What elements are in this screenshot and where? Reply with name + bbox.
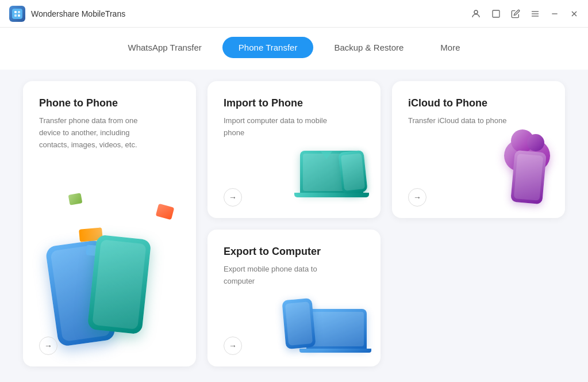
card-import-to-phone[interactable]: Import to Phone Import computer data to … <box>207 81 381 218</box>
card-icloud-title: iCloud to Phone <box>408 97 549 109</box>
phone-to-phone-illustration <box>34 194 196 343</box>
close-icon[interactable] <box>570 9 579 18</box>
svg-rect-2 <box>18 11 20 13</box>
app-title: Wondershare MobileTrans <box>31 9 125 18</box>
phone-green-illustration <box>87 234 152 334</box>
svg-rect-6 <box>493 10 499 17</box>
import-illustration <box>279 140 371 209</box>
svg-rect-1 <box>14 11 17 13</box>
svg-rect-0 <box>12 9 22 19</box>
card-icloud-desc: Transfer iCloud data to phone <box>408 115 512 127</box>
icloud-illustration <box>464 134 556 209</box>
tab-whatsapp[interactable]: WhatsApp Transfer <box>112 37 217 58</box>
card-export-arrow[interactable]: → <box>224 337 242 355</box>
tab-backup[interactable]: Backup & Restore <box>318 37 420 58</box>
nav-bar: WhatsApp Transfer Phone Transfer Backup … <box>0 28 588 70</box>
app-icon <box>9 6 25 22</box>
card-export-desc: Export mobile phone data to computer <box>224 263 327 288</box>
title-bar: Wondershare MobileTrans <box>0 0 588 28</box>
svg-rect-4 <box>18 14 20 17</box>
tab-more[interactable]: More <box>424 37 476 58</box>
card-import-arrow[interactable]: → <box>224 188 242 207</box>
main-content: Phone to Phone Transfer phone data from … <box>0 70 588 378</box>
card-import-desc: Import computer data to mobile phone <box>224 115 327 139</box>
card-icloud-to-phone[interactable]: iCloud to Phone Transfer iCloud data to … <box>392 81 565 218</box>
card-phone-to-phone-arrow[interactable]: → <box>39 337 57 355</box>
card-icloud-arrow[interactable]: → <box>408 188 426 207</box>
title-bar-left: Wondershare MobileTrans <box>9 6 125 22</box>
float-element-leaf <box>68 193 83 205</box>
title-bar-controls <box>471 9 579 19</box>
export-laptop-base <box>299 349 371 353</box>
minimize-icon[interactable] <box>550 9 559 18</box>
window-icon[interactable] <box>491 9 501 18</box>
card-phone-to-phone[interactable]: Phone to Phone Transfer phone data from … <box>23 81 196 366</box>
export-phone <box>282 298 316 349</box>
svg-point-5 <box>474 10 478 14</box>
account-icon[interactable] <box>471 9 481 19</box>
phone-on-laptop <box>338 150 367 194</box>
menu-icon[interactable] <box>531 9 540 18</box>
laptop-keyboard-base <box>294 193 369 197</box>
export-laptop-screen <box>306 309 367 349</box>
card-phone-to-phone-desc: Transfer phone data from one device to a… <box>39 115 143 151</box>
svg-rect-3 <box>14 14 17 17</box>
export-illustration <box>274 285 371 360</box>
card-export-title: Export to Computer <box>224 246 364 258</box>
icloud-phone <box>510 150 547 204</box>
card-import-title: Import to Phone <box>224 97 364 109</box>
edit-icon[interactable] <box>511 9 520 18</box>
card-export-to-computer[interactable]: Export to Computer Export mobile phone d… <box>207 230 381 366</box>
import-down-arrow <box>321 151 332 159</box>
float-element-orange <box>156 204 175 220</box>
card-phone-to-phone-title: Phone to Phone <box>39 97 180 109</box>
tab-phone[interactable]: Phone Transfer <box>222 37 314 58</box>
